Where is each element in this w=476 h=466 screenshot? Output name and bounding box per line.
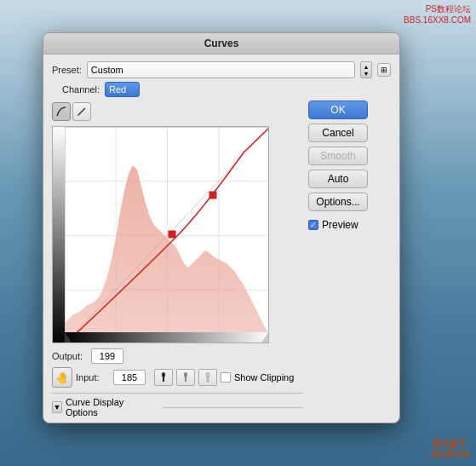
svg-line-0 [78, 108, 85, 115]
preset-select[interactable]: Custom [87, 61, 355, 78]
preview-label: Preview [322, 219, 358, 231]
dialog-title: Curves [43, 33, 399, 55]
output-row: Output: [52, 348, 303, 364]
output-label: Output: [52, 351, 88, 361]
options-button[interactable]: Options... [308, 193, 368, 211]
preset-options-btn[interactable]: ⊞ [377, 63, 391, 77]
curve-display-row: ▼ Curve Display Options [52, 393, 303, 417]
preset-stepper[interactable]: ▲ ▼ [360, 61, 372, 78]
svg-rect-11 [209, 192, 216, 198]
show-clipping-checkbox[interactable] [221, 372, 231, 383]
separator-line [163, 407, 303, 408]
show-clipping-label: Show Clipping [234, 372, 294, 383]
output-value-input[interactable] [91, 348, 123, 364]
preset-label: Preset: [52, 65, 82, 75]
bottom-watermark: 活力盒子 OLHF.CO [432, 438, 469, 459]
svg-point-16 [206, 372, 209, 377]
left-panel: Output: 🤚 Input: [52, 101, 303, 417]
output-gradient [53, 127, 65, 343]
right-panel: OK Cancel Smooth Auto Options... Preview [308, 101, 385, 417]
svg-point-14 [184, 372, 187, 377]
show-clipping-row: Show Clipping [221, 372, 294, 383]
auto-button[interactable]: Auto [308, 170, 368, 188]
svg-rect-15 [185, 377, 186, 382]
svg-point-12 [162, 372, 165, 377]
channel-label: Channel: [62, 84, 100, 95]
cancel-button[interactable]: Cancel [308, 124, 368, 142]
curve-tool-btn[interactable] [52, 102, 71, 121]
watermark: PS数程论坛 BBS.16XX8.COM [404, 3, 471, 26]
input-value-input[interactable] [113, 370, 146, 385]
curve-line [65, 127, 269, 343]
preset-row: Preset: Custom ▲ ▼ ⊞ [52, 61, 391, 78]
svg-rect-10 [169, 231, 175, 238]
gray-eyedropper-btn[interactable] [176, 369, 195, 386]
curves-dialog: Curves Preset: Custom ▲ ▼ ⊞ Channel: Red… [43, 32, 400, 423]
channel-select[interactable]: Red Green Blue RGB [105, 82, 140, 97]
svg-rect-17 [207, 377, 209, 382]
svg-rect-13 [163, 377, 164, 382]
input-eyedropper-row: 🤚 Input: [52, 367, 303, 388]
white-point-slider[interactable] [261, 332, 268, 342]
white-eyedropper-btn[interactable] [198, 369, 217, 386]
preview-row: Preview [308, 219, 385, 231]
dialog-body: Preset: Custom ▲ ▼ ⊞ Channel: Red Green … [43, 55, 399, 423]
main-area: Output: 🤚 Input: [52, 101, 391, 417]
input-label: Input: [76, 372, 110, 383]
hand-tool-btn[interactable]: 🤚 [52, 367, 72, 388]
expand-btn[interactable]: ▼ [52, 401, 62, 413]
black-eyedropper-btn[interactable] [154, 369, 173, 386]
black-point-slider[interactable] [65, 332, 72, 342]
ok-button[interactable]: OK [308, 101, 368, 119]
curve-container[interactable] [52, 126, 269, 343]
tool-row [52, 101, 303, 123]
curve-display-label: Curve Display Options [66, 397, 142, 417]
input-row: Input: [76, 370, 146, 385]
preview-checkbox[interactable] [308, 220, 318, 230]
channel-row: Channel: Red Green Blue RGB [52, 82, 391, 97]
smooth-button[interactable]: Smooth [308, 147, 368, 165]
pencil-tool-btn[interactable] [72, 102, 91, 121]
input-gradient [65, 332, 269, 342]
